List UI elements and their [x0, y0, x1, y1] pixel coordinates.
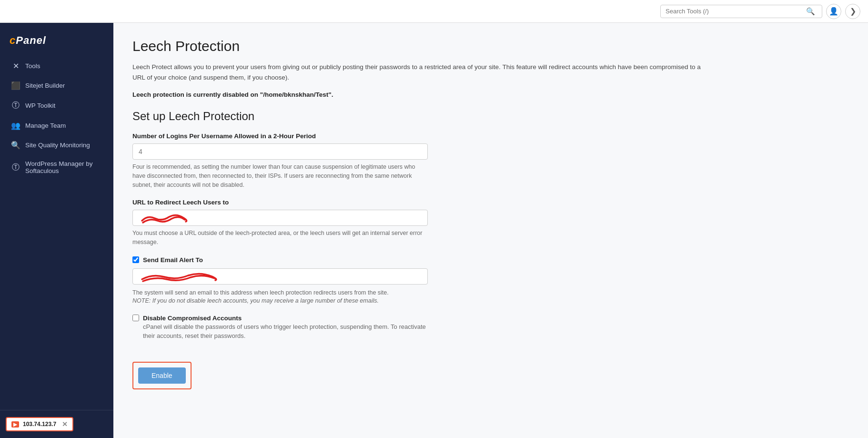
enable-button[interactable]: Enable	[138, 367, 186, 384]
ip-badge: ▶ 103.74.123.7 ✕	[6, 417, 73, 431]
wp-toolkit-icon: Ⓣ	[11, 101, 20, 111]
disable-desc: cPanel will disable the passwords of use…	[143, 322, 429, 341]
site-quality-icon: 🔍	[11, 141, 20, 150]
manage-team-icon: 👥	[11, 121, 20, 130]
url-hint: You must choose a URL outside of the lee…	[132, 229, 428, 247]
email-hint: The system will send an email to this ad…	[132, 288, 428, 297]
sitejet-icon: ⬛	[11, 81, 20, 90]
sidebar-item-wp-toolkit[interactable]: Ⓣ WP Toolkit	[0, 95, 113, 116]
user-icon-button[interactable]: 👤	[826, 4, 841, 19]
sidebar-item-site-quality[interactable]: 🔍 Site Quality Monitoring	[0, 135, 113, 155]
logins-input[interactable]	[132, 143, 428, 160]
status-text: Leech protection is currently disabled o…	[132, 91, 849, 98]
sidebar-item-label: Manage Team	[25, 122, 66, 129]
disable-label[interactable]: Disable Compromised Accounts	[143, 315, 242, 322]
page-description: Leech Protect allows you to prevent your…	[132, 62, 704, 82]
sidebar-item-label: Site Quality Monitoring	[25, 142, 90, 149]
sidebar-item-wp-manager[interactable]: Ⓣ WordPress Manager by Softaculous	[0, 155, 113, 180]
sidebar: cPanel ✕ Tools ⬛ Sitejet Builder Ⓣ WP To…	[0, 23, 113, 438]
topbar: 🔍 👤 ❯	[0, 0, 868, 23]
sidebar-item-label: WP Toolkit	[25, 102, 55, 109]
main-content: Leech Protection Leech Protect allows yo…	[113, 23, 868, 438]
ip-flag: ▶	[11, 421, 19, 428]
url-group: URL to Redirect Leech Users to You must …	[132, 199, 849, 247]
sidebar-bottom: ▶ 103.74.123.7 ✕	[0, 410, 113, 438]
setup-title: Set up Leech Protection	[132, 110, 849, 123]
page-title: Leech Protection	[132, 38, 849, 54]
search-box: 🔍	[660, 5, 822, 18]
sidebar-item-label: Sitejet Builder	[25, 82, 65, 89]
email-group: Send Email Alert To The system will send…	[132, 256, 849, 304]
search-button[interactable]: 🔍	[804, 7, 817, 16]
logins-label: Number of Logins Per Username Allowed in…	[132, 132, 849, 140]
email-checkbox-label[interactable]: Send Email Alert To	[143, 256, 203, 264]
send-email-checkbox[interactable]	[132, 256, 139, 263]
email-input[interactable]	[132, 268, 428, 285]
sidebar-item-tools[interactable]: ✕ Tools	[0, 56, 113, 76]
disable-checkbox[interactable]	[132, 315, 139, 321]
logins-group: Number of Logins Per Username Allowed in…	[132, 132, 849, 189]
disable-group: Disable Compromised Accounts cPanel will…	[132, 314, 849, 341]
cpanel-logo: cPanel	[0, 27, 113, 56]
email-checkbox-group: Send Email Alert To	[132, 256, 849, 264]
layout: cPanel ✕ Tools ⬛ Sitejet Builder Ⓣ WP To…	[0, 23, 868, 438]
logins-hint: Four is recommended, as setting the numb…	[132, 163, 428, 189]
enable-button-wrapper: Enable	[132, 362, 192, 389]
url-input-wrap	[132, 210, 428, 226]
email-input-wrap	[132, 268, 428, 285]
ip-close-button[interactable]: ✕	[62, 420, 68, 428]
sidebar-item-manage-team[interactable]: 👥 Manage Team	[0, 116, 113, 135]
sidebar-item-label: Tools	[25, 62, 40, 70]
email-note: NOTE: If you do not disable leech accoun…	[132, 297, 428, 304]
wp-manager-icon: Ⓣ	[11, 163, 20, 173]
extra-icon-button[interactable]: ❯	[845, 4, 860, 19]
url-input[interactable]	[132, 210, 428, 226]
url-label: URL to Redirect Leech Users to	[132, 199, 849, 206]
ip-address: 103.74.123.7	[23, 421, 56, 428]
sidebar-item-label: WordPress Manager by Softaculous	[25, 160, 104, 174]
search-input[interactable]	[666, 8, 804, 15]
sidebar-item-sitejet[interactable]: ⬛ Sitejet Builder	[0, 76, 113, 95]
tools-icon: ✕	[11, 61, 20, 71]
disable-checkbox-group: Disable Compromised Accounts cPanel will…	[132, 314, 849, 341]
